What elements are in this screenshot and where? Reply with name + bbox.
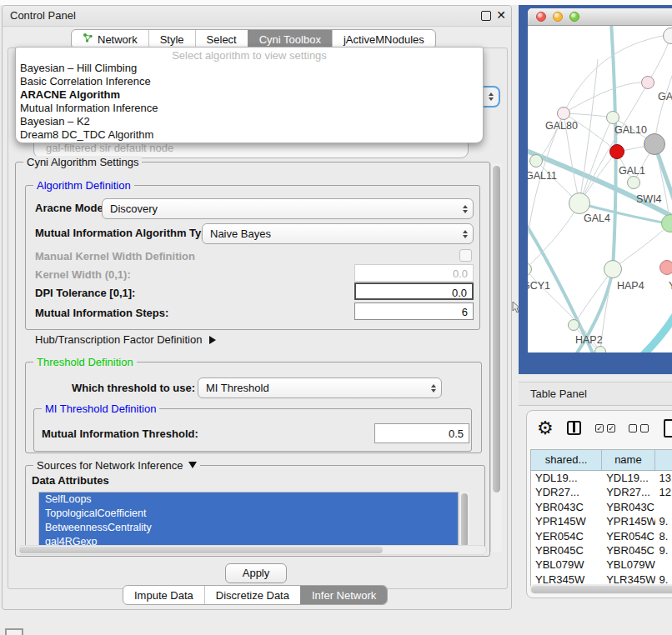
network-node[interactable] xyxy=(627,176,640,189)
table-row[interactable]: YBL079WYBL079W xyxy=(531,558,672,572)
zoom-traffic-light-icon[interactable] xyxy=(569,12,579,22)
aracne-mode-value: Discovery xyxy=(110,202,158,215)
resize-grip[interactable] xyxy=(5,628,23,635)
mi-steps-input[interactable]: 6 xyxy=(354,302,474,320)
checked-checkbox-icon[interactable]: ✓ xyxy=(607,424,615,432)
table-horizontal-scrollbar[interactable] xyxy=(529,584,672,594)
network-node[interactable] xyxy=(529,154,543,168)
table-cell: YBR045C xyxy=(531,543,602,558)
attribute-item[interactable]: SelfLoops xyxy=(39,492,458,507)
tab-style[interactable]: Style xyxy=(148,30,195,48)
unchecked-checkbox-icon[interactable] xyxy=(640,424,649,432)
tab-discretize-data[interactable]: Discretize Data xyxy=(204,586,300,604)
gear-icon[interactable]: ⚙ xyxy=(537,418,554,439)
algorithm-option[interactable]: Dream8 DC_TDC Algorithm xyxy=(16,128,483,142)
mi-algorithm-type-label: Mutual Information Algorithm Type: xyxy=(35,227,218,239)
column-header[interactable]: name xyxy=(602,450,654,470)
table-cell: YER054C xyxy=(531,529,602,543)
tab-cyni-toolbox[interactable]: Cyni Toolbox xyxy=(248,30,332,48)
which-threshold-combo[interactable]: MI Threshold xyxy=(198,378,442,398)
network-node[interactable] xyxy=(644,133,665,155)
tab-label: jActiveMNodules xyxy=(344,33,424,46)
scrollbar-thumb[interactable] xyxy=(461,493,468,547)
table-cell xyxy=(655,500,672,514)
node-table: shared...name YDL19...YDL19...13...YDR27… xyxy=(530,449,672,587)
dpi-tolerance-input[interactable]: 0.0 xyxy=(354,282,474,300)
network-node[interactable] xyxy=(557,107,570,120)
table-cell: YPR145W xyxy=(602,514,654,528)
unchecked-checkbox-icon[interactable] xyxy=(629,424,637,432)
hub-section-toggle[interactable]: Hub/Transcription Factor Definition xyxy=(35,333,216,346)
network-node[interactable] xyxy=(609,144,624,159)
table-panel-title: Table Panel xyxy=(530,388,587,400)
table-cell: 13... xyxy=(655,471,672,485)
node-label: GAL4 xyxy=(584,212,610,224)
node-label: GAL10 xyxy=(614,124,647,136)
network-inner-window: GALGAL80GAL10GAL11GAL1SWI4GAL4GCY1HAP4YH… xyxy=(528,8,672,352)
algorithm-option[interactable]: Basic Correlation Inference xyxy=(16,75,483,88)
network-node[interactable] xyxy=(569,192,590,214)
table-cell: YER054C xyxy=(602,529,654,543)
float-window-icon[interactable] xyxy=(481,11,491,21)
network-canvas[interactable]: GALGAL80GAL10GAL11GAL1SWI4GAL4GCY1HAP4YH… xyxy=(528,26,672,352)
network-node[interactable] xyxy=(641,76,654,89)
manual-kernel-width-checkbox[interactable] xyxy=(459,249,472,262)
algorithm-option[interactable]: Bayesian – Hill Climbing xyxy=(16,62,483,75)
table-cell: 8. xyxy=(655,529,672,543)
table-cell: 9. xyxy=(655,543,672,558)
tab-jactivemnodules[interactable]: jActiveMNodules xyxy=(332,30,435,48)
node-label: Y xyxy=(669,280,672,292)
scrollbar-thumb[interactable] xyxy=(493,166,500,492)
network-node[interactable] xyxy=(604,260,622,278)
algorithm-option[interactable]: ARACNE Algorithm xyxy=(16,88,483,102)
dropdown-placeholder[interactable]: Select algorithm to view settings xyxy=(16,49,483,62)
attributes-scrollbar[interactable] xyxy=(459,492,469,550)
tab-network[interactable]: Network xyxy=(72,30,148,48)
mi-algorithm-type-combo[interactable]: Naive Bayes xyxy=(202,223,474,244)
table-row[interactable]: YBR045CYBR045C9. xyxy=(531,543,672,558)
apply-button[interactable]: Apply xyxy=(225,563,287,583)
network-node[interactable] xyxy=(568,319,579,331)
kernel-width-input[interactable]: 0.0 xyxy=(354,264,474,282)
algorithm-option[interactable]: Mutual Information Inference xyxy=(16,102,483,115)
network-node[interactable] xyxy=(606,111,619,124)
column-header[interactable]: shared... xyxy=(531,450,602,470)
scrollbar-thumb[interactable] xyxy=(19,547,383,553)
table-cell: YDL19... xyxy=(602,471,654,485)
attribute-item[interactable]: BetweennessCentrality xyxy=(39,521,458,535)
table-row[interactable]: YBR043CYBR043C xyxy=(531,500,672,514)
node-label: HAP2 xyxy=(575,334,603,346)
table-row[interactable]: YDR27...YDR27...12... xyxy=(531,485,672,499)
mi-algorithm-type-value: Naive Bayes xyxy=(210,228,271,240)
table-cell: YBR043C xyxy=(531,500,602,514)
sources-title[interactable]: Sources for Network Inference xyxy=(33,459,200,472)
close-icon[interactable]: ✕ xyxy=(496,8,506,22)
column-header[interactable] xyxy=(655,450,672,470)
table-row[interactable]: YER054CYER054C8. xyxy=(531,529,672,543)
scrollbar-thumb[interactable] xyxy=(531,586,672,593)
checked-checkbox-icon[interactable]: ✓ xyxy=(595,424,604,432)
node-label: GCY1 xyxy=(528,280,550,292)
algorithm-option[interactable]: Bayesian – K2 xyxy=(16,115,483,128)
tab-impute-data[interactable]: Impute Data xyxy=(123,586,204,604)
settings-vertical-scrollbar[interactable] xyxy=(490,163,502,552)
network-node[interactable] xyxy=(659,260,672,275)
network-node[interactable] xyxy=(594,346,606,352)
page-icon[interactable] xyxy=(664,419,672,438)
data-attributes-list[interactable]: SelfLoopsTopologicalCoefficientBetweenne… xyxy=(38,492,459,552)
aracne-mode-combo[interactable]: Discovery xyxy=(102,198,474,219)
network-window[interactable]: GALGAL80GAL10GAL11GAL1SWI4GAL4GCY1HAP4YH… xyxy=(519,5,672,374)
attribute-item[interactable]: TopologicalCoefficient xyxy=(39,507,458,521)
tab-infer-network[interactable]: Infer Network xyxy=(300,586,387,604)
mi-steps-label: Mutual Information Steps: xyxy=(35,307,168,319)
table-row[interactable]: YDL19...YDL19...13... xyxy=(531,471,672,485)
tab-select[interactable]: Select xyxy=(195,30,248,48)
close-traffic-light-icon[interactable] xyxy=(536,12,546,22)
split-columns-icon[interactable] xyxy=(567,421,581,435)
tab-label: Network xyxy=(98,33,138,46)
mi-threshold-input[interactable]: 0.5 xyxy=(374,423,469,443)
settings-horizontal-scrollbar[interactable] xyxy=(17,545,487,555)
table-row[interactable]: YPR145WYPR145W9. xyxy=(531,514,672,528)
minimize-traffic-light-icon[interactable] xyxy=(553,12,563,22)
algorithm-combo-button[interactable] xyxy=(482,86,500,108)
